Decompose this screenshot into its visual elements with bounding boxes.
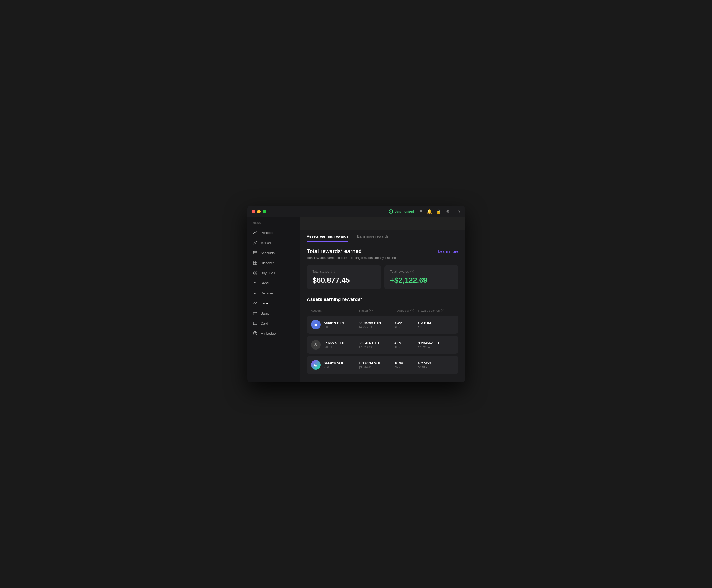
- svg-rect-11: [253, 322, 257, 324]
- svg-rect-5: [253, 263, 255, 265]
- sidebar-label-discover: Discover: [261, 261, 274, 265]
- asset-staked-0: 33.26355 ETH $46,568.96: [359, 321, 394, 329]
- sidebar-label-portfolio: Portfolio: [261, 231, 273, 235]
- tab-assets-earning[interactable]: Assets earning rewards: [307, 230, 349, 241]
- asset-staked-2: 101.6534 SOL $3,049.61: [359, 361, 394, 369]
- rewards-pct-info-icon[interactable]: i: [410, 309, 414, 312]
- traffic-lights: [252, 210, 266, 213]
- svg-rect-6: [256, 263, 257, 265]
- main-content: Assets earning rewards Earn more rewards…: [301, 217, 465, 382]
- total-staked-label: Total staked i: [313, 270, 375, 273]
- lock-icon[interactable]: 🔒: [436, 209, 442, 214]
- content-area: Total rewards* earned Total rewards earn…: [301, 242, 465, 382]
- maximize-button[interactable]: [263, 210, 266, 213]
- asset-staked-1: 5.23456 ETH $7,328.39: [359, 341, 394, 349]
- titlebar-actions: ✓ Synchronized 👁 🔔 🔒 ⚙ ?: [389, 209, 461, 214]
- send-icon: [253, 280, 258, 286]
- minimize-button[interactable]: [257, 210, 261, 213]
- buy-sell-icon: $: [253, 271, 258, 275]
- sidebar-item-send[interactable]: Send: [247, 278, 301, 288]
- sync-icon: ✓: [389, 209, 393, 214]
- sidebar-label-market: Market: [261, 241, 271, 245]
- total-rewards-info-icon[interactable]: i: [410, 270, 414, 273]
- asset-ticker-2: SOL: [324, 366, 344, 369]
- total-rewards-card: Total rewards i +$2,122.69: [384, 265, 459, 289]
- asset-ticker-1: STETH: [324, 345, 344, 349]
- discover-icon: [253, 260, 258, 265]
- asset-ticker-0: ETH: [324, 326, 344, 329]
- sidebar-label-receive: Receive: [261, 291, 273, 295]
- asset-avatar-1: S: [311, 340, 321, 350]
- sidebar-item-my-ledger[interactable]: My Ledger: [247, 328, 301, 338]
- table-header: Account Staked i Rewards % i Rewards ear…: [307, 307, 459, 315]
- app-body: MENU Portfolio Market: [247, 217, 465, 382]
- svg-rect-3: [253, 261, 255, 262]
- earn-icon: [253, 301, 258, 306]
- asset-name-block-2: Sarah's SOL SOL: [324, 361, 344, 369]
- sidebar-item-earn[interactable]: Earn: [247, 298, 301, 308]
- market-icon: [253, 240, 258, 245]
- sidebar-label-buy-sell: Buy / Sell: [261, 271, 275, 275]
- asset-name-2: Sarah's SOL: [324, 361, 344, 365]
- rewards-earned-info-icon[interactable]: i: [441, 309, 444, 312]
- asset-earned-1: 1.234567 ETH $1,728.40: [419, 341, 454, 349]
- swap-icon: [253, 311, 258, 316]
- receive-icon: [253, 291, 258, 295]
- help-icon[interactable]: ?: [458, 209, 461, 214]
- svg-text:$: $: [254, 272, 256, 274]
- menu-label: MENU: [247, 222, 301, 228]
- sidebar-label-send: Send: [261, 281, 269, 285]
- close-button[interactable]: [252, 210, 255, 213]
- learn-more-link[interactable]: Learn more: [438, 249, 458, 254]
- settings-icon[interactable]: ⚙: [446, 209, 449, 214]
- total-rewards-label: Total rewards i: [390, 270, 453, 273]
- asset-info-1: S Johns's ETH STETH: [311, 340, 359, 350]
- svg-point-14: [255, 332, 256, 333]
- sidebar-item-portfolio[interactable]: Portfolio: [247, 228, 301, 238]
- col-rewards-pct: Rewards % i: [394, 309, 419, 312]
- svg-rect-4: [256, 261, 257, 262]
- bell-icon[interactable]: 🔔: [427, 209, 432, 214]
- sidebar-item-card[interactable]: Card: [247, 318, 301, 328]
- sidebar-item-buy-sell[interactable]: $ Buy / Sell: [247, 268, 301, 278]
- sidebar-label-earn: Earn: [261, 301, 268, 305]
- sidebar-item-receive[interactable]: Receive: [247, 288, 301, 298]
- asset-info-2: ◎ Sarah's SOL SOL: [311, 360, 359, 370]
- portfolio-icon: [253, 230, 258, 235]
- tabs: Assets earning rewards Earn more rewards: [301, 230, 465, 242]
- assets-section-title: Assets earning rewards*: [307, 297, 459, 302]
- rewards-subtitle: Total rewards earned to date including r…: [307, 256, 397, 260]
- asset-name-block-0: Sarah's ETH ETH: [324, 321, 344, 329]
- col-staked: Staked i: [359, 309, 394, 312]
- eye-icon[interactable]: 👁: [418, 209, 423, 214]
- divider: [454, 209, 454, 214]
- tab-earn-more[interactable]: Earn more rewards: [357, 230, 388, 241]
- asset-apr-0: 7.4% APR: [394, 321, 419, 329]
- asset-name-block-1: Johns's ETH STETH: [324, 341, 344, 349]
- total-staked-info-icon[interactable]: i: [331, 270, 335, 273]
- total-staked-value: $60,877.45: [313, 276, 375, 285]
- asset-earned-0: 0 ATOM $0: [419, 321, 454, 329]
- top-bar: [301, 217, 465, 230]
- sidebar-label-my-ledger: My Ledger: [261, 332, 277, 335]
- sidebar-item-discover[interactable]: Discover: [247, 258, 301, 268]
- asset-name-1: Johns's ETH: [324, 341, 344, 345]
- total-staked-card: Total staked i $60,877.45: [307, 265, 381, 289]
- staked-info-icon[interactable]: i: [369, 309, 372, 312]
- sidebar-label-accounts: Accounts: [261, 251, 275, 255]
- sync-label: Synchronized: [394, 210, 414, 213]
- accounts-icon: [253, 250, 258, 255]
- sidebar-item-accounts[interactable]: Accounts: [247, 248, 301, 258]
- sidebar-item-swap[interactable]: Swap: [247, 308, 301, 318]
- asset-row-2[interactable]: ◎ Sarah's SOL SOL 101.6534 SOL $3,049.61…: [307, 356, 459, 374]
- sidebar-label-card: Card: [261, 321, 268, 326]
- asset-row-1[interactable]: S Johns's ETH STETH 5.23456 ETH $7,328.3…: [307, 336, 459, 354]
- rewards-header: Total rewards* earned Total rewards earn…: [307, 248, 459, 260]
- col-rewards-earned: Rewards earned i: [419, 309, 454, 312]
- sidebar: MENU Portfolio Market: [247, 217, 301, 382]
- asset-row-0[interactable]: ◆ Sarah's ETH ETH 33.26355 ETH $46,568.9…: [307, 316, 459, 334]
- sync-status: ✓ Synchronized: [389, 209, 414, 214]
- stats-grid: Total staked i $60,877.45 Total rewards …: [307, 265, 459, 289]
- sidebar-item-market[interactable]: Market: [247, 238, 301, 248]
- my-ledger-icon: [253, 331, 258, 336]
